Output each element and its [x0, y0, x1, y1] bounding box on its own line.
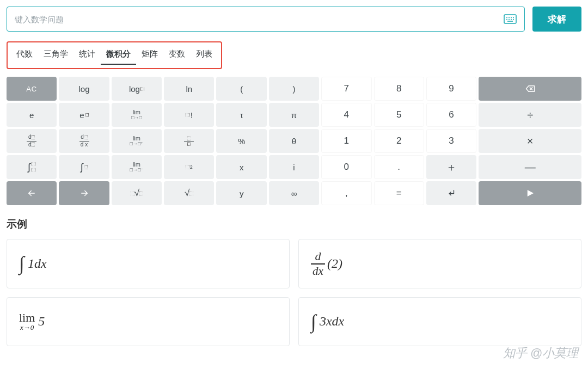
example-card-2[interactable]: lim x→0 5 [7, 297, 290, 346]
integral-icon: ∫ [311, 310, 316, 333]
key-logbase[interactable]: log [112, 77, 162, 101]
key-enter[interactable] [426, 181, 476, 205]
category-tabs: 代数 三角学 统计 微积分 矩阵 变数 列表 [7, 41, 222, 69]
key-pi[interactable]: π [269, 103, 319, 127]
examples: 示例 ∫ 1dx d dx (2) lim x→0 5 ∫ 3xdx [7, 217, 581, 346]
key-epow[interactable]: e [59, 103, 109, 127]
example-body: 3xdx [320, 314, 344, 329]
examples-heading: 示例 [7, 217, 581, 231]
key-2[interactable]: 2 [374, 129, 424, 153]
example-card-0[interactable]: ∫ 1dx [7, 239, 290, 288]
key-left[interactable] [7, 181, 57, 205]
tab-calculus[interactable]: 微积分 [101, 47, 136, 65]
key-inf[interactable]: ∞ [269, 181, 319, 205]
key-dot[interactable]: . [374, 155, 424, 179]
search-box[interactable] [7, 7, 525, 32]
svg-marker-14 [527, 190, 533, 196]
key-minus[interactable]: — [479, 155, 581, 179]
integral-icon: ∫ [19, 252, 24, 275]
key-ddx[interactable]: dd x [59, 129, 109, 153]
key-lim-right[interactable]: lim□→□⁺ [112, 129, 162, 153]
tab-list[interactable]: 列表 [191, 47, 218, 65]
tab-algebra[interactable]: 代数 [11, 47, 38, 65]
example-card-1[interactable]: d dx (2) [298, 239, 581, 288]
keyboard-icon[interactable] [504, 14, 517, 24]
example-body: (2) [327, 256, 342, 271]
tab-matrix[interactable]: 矩阵 [136, 47, 163, 65]
key-backspace[interactable] [479, 77, 581, 101]
key-tau[interactable]: τ [216, 103, 266, 127]
key-1[interactable]: 1 [321, 129, 371, 153]
svg-rect-0 [504, 15, 516, 23]
example-body: 1dx [28, 256, 47, 271]
key-5[interactable]: 5 [374, 103, 424, 127]
keypad: AC log log ln ( ) 7 8 9 e e lim□→□ ! τ π… [7, 77, 581, 205]
tab-stats[interactable]: 统计 [74, 47, 101, 65]
solve-button[interactable]: 求解 [532, 7, 581, 32]
key-lparen[interactable]: ( [216, 77, 266, 101]
key-def-integral[interactable]: ∫ [7, 155, 57, 179]
key-rparen[interactable]: ) [269, 77, 319, 101]
key-log[interactable]: log [59, 77, 109, 101]
key-nroot[interactable]: √ [112, 181, 162, 205]
key-right[interactable] [59, 181, 109, 205]
watermark: 知乎 @小莫理 [503, 345, 578, 353]
key-x[interactable]: x [216, 155, 266, 179]
key-fraction[interactable] [164, 129, 214, 153]
tab-trig[interactable]: 三角学 [38, 47, 74, 65]
key-e[interactable]: e [7, 103, 57, 127]
key-lim-left[interactable]: lim□→□⁻ [112, 155, 162, 179]
key-submit[interactable] [479, 181, 581, 205]
key-percent[interactable]: % [216, 129, 266, 153]
example-card-3[interactable]: ∫ 3xdx [298, 297, 581, 346]
key-0[interactable]: 0 [321, 155, 371, 179]
key-theta[interactable]: θ [269, 129, 319, 153]
key-equals[interactable]: = [374, 181, 424, 205]
key-7[interactable]: 7 [321, 77, 371, 101]
key-indef-integral[interactable]: ∫ [59, 155, 109, 179]
key-dd[interactable]: dd [7, 129, 57, 153]
key-sqrt[interactable]: √ [164, 181, 214, 205]
key-times[interactable]: × [479, 129, 581, 153]
key-ln[interactable]: ln [164, 77, 214, 101]
search-input[interactable] [15, 15, 504, 24]
limit-icon: lim x→0 [19, 312, 35, 331]
key-plus[interactable]: ＋ [426, 155, 476, 179]
key-3[interactable]: 3 [426, 129, 476, 153]
key-ac[interactable]: AC [7, 77, 57, 101]
example-body: 5 [38, 314, 45, 329]
key-9[interactable]: 9 [426, 77, 476, 101]
key-square[interactable]: 2 [164, 155, 214, 179]
key-6[interactable]: 6 [426, 103, 476, 127]
key-i[interactable]: i [269, 155, 319, 179]
key-4[interactable]: 4 [321, 103, 371, 127]
key-8[interactable]: 8 [374, 77, 424, 101]
key-comma[interactable]: , [321, 181, 371, 205]
key-y[interactable]: y [216, 181, 266, 205]
fraction-icon: d dx [311, 250, 325, 277]
key-lim[interactable]: lim□→□ [112, 103, 162, 127]
key-factorial[interactable]: ! [164, 103, 214, 127]
key-divide[interactable]: ÷ [479, 103, 581, 127]
tab-variable[interactable]: 变数 [163, 47, 191, 65]
